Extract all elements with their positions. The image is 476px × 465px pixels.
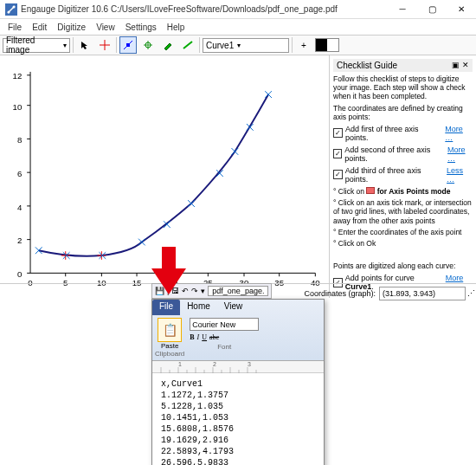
red-arrow-overlay — [151, 247, 186, 296]
sub-step: ° Click on Ok — [333, 239, 473, 248]
sub-step: ° Click on for Axis Points mode — [333, 187, 473, 196]
clipboard-group: 📋 Paste Clipboard — [155, 318, 184, 358]
svg-text:2: 2 — [213, 361, 216, 367]
color-swatch[interactable] — [315, 38, 339, 52]
more-link[interactable]: More … — [445, 125, 473, 142]
word-content[interactable]: x,Curve1 1.1272,1.3757 5.1228,1.035 10.1… — [152, 373, 324, 465]
paste-icon[interactable]: 📋 — [158, 318, 182, 342]
svg-text:10: 10 — [13, 102, 23, 112]
wordpad-window: File Home View 📋 Paste Clipboard Courier… — [151, 299, 325, 465]
tab-home[interactable]: Home — [180, 300, 217, 315]
coords-intro: The coordinates are defined by creating … — [333, 104, 473, 121]
select-tool[interactable] — [76, 36, 93, 54]
menu-digitize[interactable]: Digitize — [53, 23, 90, 32]
svg-text:8: 8 — [17, 135, 22, 145]
tab-file[interactable]: File — [152, 300, 180, 315]
menu-edit[interactable]: Edit — [28, 23, 51, 32]
checklist-item-3: ✓ Add third of three axis points. Less … — [333, 166, 473, 184]
checkbox-icon: ✓ — [333, 149, 342, 158]
segment-fill-tool[interactable] — [179, 36, 196, 54]
font-combo[interactable]: Courier New — [190, 318, 259, 331]
sub-step: ° Click on an axis tick mark, or interse… — [333, 198, 473, 225]
toolbar: Filtered image Curve1 + — [0, 35, 476, 55]
minimize-button[interactable]: ─ — [388, 0, 417, 19]
tab-view[interactable]: View — [217, 300, 250, 315]
svg-point-1 — [8, 10, 10, 13]
axis-tool-icon — [366, 187, 375, 194]
sep: ▾ — [201, 287, 205, 295]
resize-grip-icon[interactable]: ⋰ — [466, 289, 476, 298]
svg-text:1: 1 — [178, 361, 182, 367]
word-tabs: File Home View — [152, 300, 324, 315]
checkbox-icon: ✓ — [333, 128, 343, 138]
menu-help[interactable]: Help — [163, 23, 190, 32]
ruler: 123 — [152, 361, 324, 373]
underline-button[interactable]: U — [202, 333, 207, 341]
svg-text:6: 6 — [17, 169, 22, 178]
point-match-tool[interactable] — [139, 36, 157, 54]
checklist-item-2: ✓ Add second of three axis points. More … — [333, 145, 473, 163]
panel-close-icon[interactable]: ▣ ✕ — [452, 61, 469, 70]
checklist-title-text: Checklist Guide — [337, 61, 397, 70]
menu-file[interactable]: File — [3, 23, 26, 32]
digitized-intro: Points are digitized along each curve: — [333, 262, 473, 270]
more-link[interactable]: More … — [447, 145, 473, 163]
color-picker-tool[interactable] — [159, 36, 177, 54]
svg-point-2 — [13, 5, 16, 8]
coord-label: Coordinates (graph): — [304, 289, 376, 298]
strike-button[interactable]: abc — [209, 333, 219, 341]
svg-text:12: 12 — [13, 71, 23, 81]
axis-point-tool[interactable] — [96, 36, 113, 54]
document-tab[interactable]: pdf_one_page. — [208, 286, 268, 296]
font-group: Courier New B I U abc Font — [190, 318, 259, 358]
redo-icon[interactable]: ↷ — [191, 287, 198, 295]
font-group-label: Font — [217, 343, 231, 351]
svg-text:4: 4 — [17, 203, 23, 212]
sub-step: ° Enter the coordinates of the axis poin… — [333, 228, 473, 236]
curve-combo[interactable]: Curve1 — [203, 38, 289, 53]
italic-button[interactable]: I — [197, 333, 200, 341]
checklist-title: Checklist Guide ▣ ✕ — [333, 59, 473, 72]
curve-point-tool[interactable] — [119, 36, 137, 54]
zoom-in-icon[interactable]: + — [295, 36, 312, 54]
titlebar: Engauge Digitizer 10.6 C:/Users/ILoveFre… — [0, 0, 476, 19]
svg-text:3: 3 — [248, 361, 251, 367]
less-link[interactable]: Less … — [447, 166, 473, 184]
menu-view[interactable]: View — [92, 23, 119, 32]
menu-settings[interactable]: Settings — [121, 23, 161, 32]
filter-mode-combo[interactable]: Filtered image — [3, 38, 70, 53]
svg-text:0: 0 — [17, 269, 22, 279]
bold-button[interactable]: B — [190, 333, 194, 341]
coord-value: (31.893, 3.943) — [379, 287, 466, 300]
checklist-intro: Follow this checklist of steps to digiti… — [333, 74, 473, 101]
clipboard-label: Clipboard — [155, 350, 184, 358]
paste-label: Paste — [161, 342, 178, 350]
maximize-button[interactable]: ▢ — [417, 0, 447, 19]
checkbox-icon: ✓ — [333, 170, 343, 179]
close-button[interactable]: ✕ — [447, 0, 476, 19]
checklist-item-1: ✓ Add first of three axis points. More … — [333, 125, 473, 142]
checklist-panel: Checklist Guide ▣ ✕ Follow this checklis… — [329, 55, 476, 298]
menubar: File Edit Digitize View Settings Help — [0, 19, 476, 35]
window-title: Engauge Digitizer 10.6 C:/Users/ILoveFre… — [21, 4, 388, 14]
app-icon — [5, 3, 17, 16]
svg-text:2: 2 — [17, 236, 22, 245]
